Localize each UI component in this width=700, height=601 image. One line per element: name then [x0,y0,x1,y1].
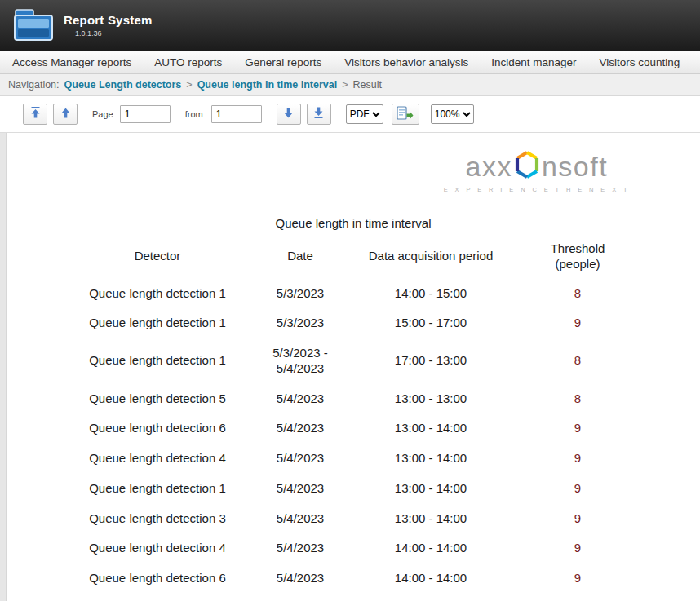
table-row: Queue length detection 15/3/2023 - 5/4/2… [51,338,631,384]
cell-threshold: 9 [525,308,631,338]
report-title: Queue length in time interval [7,216,700,230]
cell-detector: Queue length detection 1 [51,474,264,504]
cell-period: 13:00 - 13:00 [337,384,525,414]
export-format-select[interactable]: PDF [346,104,383,124]
table-row: Queue length detection 15/4/202314:00 - … [51,594,631,601]
tab-access-manager-reports[interactable]: Access Manager reports [12,56,131,68]
cell-period: 14:00 - 14:00 [337,533,525,563]
tab-visitors-behavior-analysis[interactable]: Visitors behavior analysis [344,56,468,68]
cell-threshold: 8 [525,338,631,384]
cell-date: 5/4/2023 [264,533,337,563]
first-page-button[interactable] [23,104,47,125]
arrow-down-to-bar-icon [314,107,323,122]
cell-period: 15:00 - 17:00 [337,308,525,338]
cell-period: 13:00 - 14:00 [337,474,525,504]
cell-threshold: 9 [525,474,631,504]
cell-date: 5/3/2023 [264,279,337,309]
cell-threshold: 9 [525,413,631,444]
breadcrumb-prefix: Navigation: [8,79,60,91]
arrow-up-icon [61,107,70,122]
table-header-row: Detector Date Data acquisition period Th… [51,238,631,279]
cell-date: 5/4/2023 [264,563,337,594]
breadcrumb-link-queue-length-detectors[interactable]: Queue Length detectors [64,79,182,91]
reports-menu-bar: Access Manager reports AUTO reports Gene… [0,51,700,74]
table-row: Queue length detection 15/3/202314:00 - … [51,279,631,309]
report-table: Detector Date Data acquisition period Th… [51,238,631,601]
cell-detector: Queue length detection 6 [51,563,264,594]
column-header-data-acquisition-period: Data acquisition period [337,238,525,279]
content-area: axx nsoft E X P E R I E N C E T H E N E … [0,133,700,601]
cell-detector: Queue length detection 4 [51,533,264,563]
cell-date: 5/4/2023 [264,413,337,444]
cell-date: 5/4/2023 [264,384,337,414]
cell-date: 5/4/2023 [264,444,337,474]
app-header: Report System 1.0.1.36 [0,0,700,51]
last-page-button[interactable] [307,104,331,125]
table-row: Queue length detection 15/4/202313:00 - … [51,474,631,504]
cell-detector: Queue length detection 1 [51,338,264,384]
column-header-date: Date [264,238,337,279]
page-number-input[interactable] [120,105,171,123]
logo-tagline: E X P E R I E N C E T H E N E X T [444,186,630,193]
export-button[interactable] [392,104,419,125]
report-system-logo-icon [11,7,55,44]
table-row: Queue length detection 45/4/202313:00 - … [51,444,631,474]
app-title-block: Report System 1.0.1.36 [64,13,152,38]
table-row: Queue length detection 45/4/202314:00 - … [51,533,631,563]
breadcrumb-current: Result [353,79,382,91]
previous-page-button[interactable] [53,104,78,125]
page-label: Page [92,109,113,119]
tab-visitors-counting[interactable]: Visitors counting [600,56,680,68]
breadcrumb: Navigation: Queue Length detectors > Que… [0,74,700,96]
zoom-select[interactable]: 100% [431,104,474,124]
report-page: axx nsoft E X P E R I E N C E T H E N E … [7,133,700,601]
tab-general-reports[interactable]: General reports [245,56,321,68]
cell-period: 14:00 - 14:00 [337,563,525,594]
cell-detector: Queue length detection 1 [51,594,264,601]
cell-period: 13:00 - 14:00 [337,504,525,534]
cell-date: 5/4/2023 [264,474,337,504]
cell-threshold: 8 [525,279,631,309]
cell-detector: Queue length detection 4 [51,444,264,474]
tab-incident-manager[interactable]: Incident manager [491,56,576,68]
report-toolbar: Page from PDF 100% [0,96,700,133]
column-header-threshold: Threshold (people) [525,238,631,279]
left-gutter [0,133,7,601]
cell-period: 13:00 - 14:00 [337,413,525,444]
from-label: from [185,109,203,119]
cell-detector: Queue length detection 6 [51,413,264,444]
cell-threshold: 9 [525,444,631,474]
cell-threshold: 9 [525,563,631,594]
axxonsoft-logo: axx nsoft E X P E R I E N C E T H E N E … [444,151,630,193]
cell-detector: Queue length detection 5 [51,384,264,414]
logo-text-nsoft: nsoft [542,152,608,180]
page-total-input[interactable] [211,105,262,123]
cell-detector: Queue length detection 3 [51,504,264,534]
table-row: Queue length detection 65/4/202314:00 - … [51,563,631,594]
cell-date: 5/4/2023 [264,504,337,534]
cell-period: 17:00 - 13:00 [337,338,525,384]
next-page-button[interactable] [277,104,301,125]
table-row: Queue length detection 35/4/202313:00 - … [51,504,631,534]
cell-threshold: 8 [525,384,631,414]
cell-detector: Queue length detection 1 [51,308,264,338]
table-row: Queue length detection 65/4/202313:00 - … [51,413,631,444]
cell-detector: Queue length detection 1 [51,279,264,309]
breadcrumb-link-queue-length-in-time-interval[interactable]: Queue length in time interval [197,79,338,91]
app-version: 1.0.1.36 [75,29,152,38]
breadcrumb-separator: > [342,79,348,91]
export-report-icon [397,106,414,123]
arrow-up-to-bar-icon [31,107,40,122]
axxon-hexagon-o-icon [515,151,539,182]
cell-date: 5/3/2023 [264,308,337,338]
column-header-detector: Detector [51,238,264,279]
cell-threshold: 9 [525,594,631,601]
cell-date: 5/4/2023 [264,594,337,601]
table-row: Queue length detection 55/4/202313:00 - … [51,384,631,414]
breadcrumb-separator: > [186,79,192,91]
app-title: Report System [64,13,152,27]
tab-auto-reports[interactable]: AUTO reports [154,56,222,68]
cell-period: 14:00 - 14:00 [337,594,525,601]
cell-date: 5/3/2023 - 5/4/2023 [264,338,337,384]
report-table-body: Queue length detection 15/3/202314:00 - … [51,279,631,601]
